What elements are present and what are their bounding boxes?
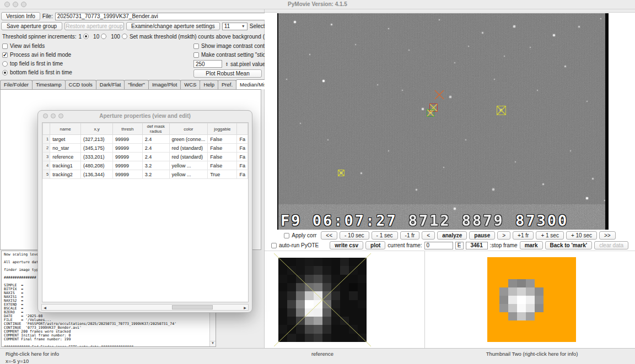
cell-color[interactable]: red (standard) (169, 153, 208, 161)
aperture-marker-tracking2[interactable] (338, 170, 345, 176)
tab-ccd-tools[interactable]: CCD tools (65, 80, 96, 89)
main-image-view[interactable]: F9 06:07:278712887987300 (277, 13, 609, 230)
restore-aperture-group-button[interactable]: Restore aperture group (64, 22, 124, 30)
aperture-size-select[interactable]: 11 ▼ (222, 23, 247, 30)
cell-extra[interactable]: Fa (237, 161, 248, 170)
aperture-marker-target[interactable] (427, 109, 434, 117)
sticky-contrast-checkbox[interactable] (193, 52, 199, 58)
cell-thresh[interactable]: 99999 (113, 135, 143, 144)
bottom-field-first-radio[interactable] (2, 70, 8, 75)
row-number[interactable]: 1 (43, 135, 50, 144)
threshold-radio-1[interactable] (83, 34, 89, 39)
sat-pixel-spinbox[interactable]: 250 (193, 60, 222, 68)
apply-corr-checkbox[interactable] (284, 233, 289, 238)
cell-x-y[interactable]: (327,213) (80, 135, 112, 144)
cell-def-mask-radius[interactable]: 2.4 (142, 144, 169, 153)
reference-thumbnail[interactable] (278, 258, 367, 342)
cell-joggable[interactable]: True (208, 170, 237, 179)
aperture-marker-tracking1[interactable] (497, 106, 506, 115)
aperture-marker-no_star[interactable] (435, 90, 444, 99)
version-info-button[interactable]: Version Info (1, 12, 40, 20)
cell-name[interactable]: reference (50, 153, 81, 161)
row-number[interactable]: 2 (43, 144, 50, 153)
cell-x-y[interactable]: (136,344) (80, 170, 112, 179)
cell-thresh[interactable]: 99999 (113, 153, 143, 161)
cell-color[interactable]: yellow ... (169, 170, 208, 179)
aperture-properties-dialog[interactable]: Aperture properties (view and edit) name… (37, 110, 252, 313)
cell-x-y[interactable]: (480,208) (80, 161, 112, 170)
cell-extra[interactable]: Fa (237, 170, 248, 179)
spinner-arrows-icon[interactable]: ▲▼ (225, 62, 228, 66)
cell-def-mask-radius[interactable]: 2.4 (142, 153, 169, 161)
-button[interactable]: > (497, 231, 510, 240)
scroll-right-icon[interactable]: ▶ (242, 305, 248, 310)
tab-help[interactable]: Help (200, 80, 218, 89)
tab-timestamp[interactable]: Timestamp (32, 80, 66, 89)
-button[interactable]: << (321, 231, 337, 240)
cell-extra[interactable]: Fa (237, 144, 248, 153)
10-sec-button[interactable]: - 10 sec (340, 231, 369, 240)
cell-x-y[interactable]: (345,175) (80, 144, 112, 153)
cell-color[interactable]: yellow ... (169, 161, 208, 170)
cell-color[interactable]: green (conne... (169, 135, 208, 144)
-button[interactable]: < (422, 231, 435, 240)
row-number[interactable]: 3 (43, 153, 50, 161)
save-aperture-group-button[interactable]: Save aperture group (1, 22, 62, 30)
cell-x-y[interactable]: (333,201) (80, 153, 112, 161)
cell-def-mask-radius[interactable]: 2.4 (142, 135, 169, 144)
show-contrast-checkbox[interactable] (193, 44, 199, 49)
tab-file-folder[interactable]: File/Folder (0, 80, 33, 89)
mark-button[interactable]: mark (520, 241, 543, 249)
cell-def-mask-radius[interactable]: 3.2 (142, 170, 169, 179)
1-sec-button[interactable]: + 1 sec (536, 231, 564, 240)
-button[interactable]: >> (599, 231, 616, 240)
cell-thresh[interactable]: 99999 (113, 170, 143, 179)
cell-joggable[interactable]: False (208, 144, 237, 153)
plot-robust-mean-button[interactable]: Plot Robust Mean (193, 69, 262, 78)
threshold-radio-100[interactable] (122, 34, 127, 39)
autorun-pyote-checkbox[interactable] (271, 243, 277, 248)
tab-wcs[interactable]: WCS (180, 80, 200, 89)
scrollbar-thumb[interactable] (172, 305, 213, 309)
back-to-mark-button[interactable]: Back to 'mark' (545, 241, 593, 249)
tab-image-plot[interactable]: Image/Plot (148, 80, 181, 89)
cell-color[interactable]: red (standard) (169, 144, 208, 153)
1-fr-button[interactable]: -1 fr (400, 231, 420, 240)
cell-thresh[interactable]: 99999 (113, 144, 143, 153)
plot-button[interactable]: plot (365, 241, 385, 249)
tab-pref[interactable]: Pref. (218, 80, 236, 89)
cell-name[interactable]: no_star (50, 144, 81, 153)
cell-extra[interactable]: Fa (237, 153, 248, 161)
scroll-left-icon[interactable]: ◀ (42, 305, 48, 310)
process-avi-field-mode-checkbox[interactable] (2, 52, 8, 58)
10-sec-button[interactable]: + 10 sec (566, 231, 597, 240)
threshold-radio-10[interactable] (101, 34, 106, 39)
stop-frame-input[interactable]: 3461 (466, 242, 488, 249)
current-frame-input[interactable]: 0 (424, 242, 453, 249)
examine-aperture-settings-button[interactable]: Examine/change aperture settings (126, 22, 220, 30)
row-number[interactable]: 4 (43, 161, 50, 170)
scroll-down-icon[interactable]: ▼ (210, 341, 216, 346)
clear-data-button[interactable]: clear data (594, 241, 628, 249)
cell-joggable[interactable]: False (208, 135, 237, 144)
cell-joggable[interactable]: False (208, 153, 237, 161)
1-fr-button[interactable]: +1 fr (513, 231, 534, 240)
row-number[interactable]: 5 (43, 170, 50, 179)
file-input[interactable]: 20250731_70773_1999VK37_Bender.avi (55, 13, 270, 20)
cell-name[interactable]: tracking2 (50, 170, 81, 179)
1-sec-button[interactable]: - 1 sec (372, 231, 398, 240)
dialog-horizontal-scrollbar[interactable]: ◀ ▶ (41, 304, 249, 311)
cell-extra[interactable]: Fa (237, 135, 248, 144)
top-field-first-radio[interactable] (2, 61, 8, 67)
cell-name[interactable]: tracking1 (50, 161, 81, 170)
e-field[interactable]: E (455, 242, 464, 249)
tab-dark-flat[interactable]: Dark/Flat (96, 80, 125, 89)
cell-def-mask-radius[interactable]: 3.2 (142, 161, 169, 170)
cell-name[interactable]: target (50, 135, 81, 144)
cell-joggable[interactable]: False (208, 161, 237, 170)
analyze-button[interactable]: analyze (437, 231, 467, 240)
cell-thresh[interactable]: 99999 (113, 161, 143, 170)
pause-button[interactable]: pause (469, 231, 495, 240)
tab-finder[interactable]: "finder" (124, 80, 149, 89)
write-csv-button[interactable]: write csv (330, 241, 363, 249)
